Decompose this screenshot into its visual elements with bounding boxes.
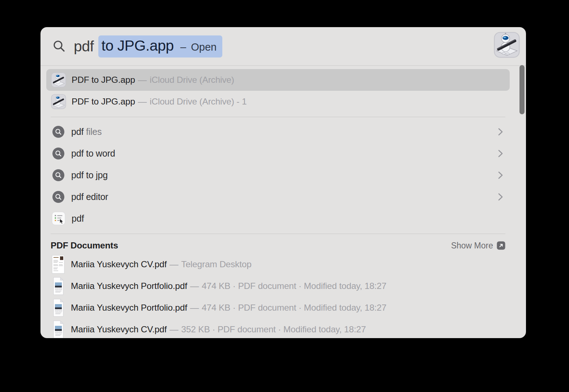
document-meta: 474 KB · PDF document · Modified today, … [202, 281, 386, 291]
search-circle-icon [52, 148, 64, 159]
list-cursor-icon [52, 212, 65, 225]
suggestion-row-pdf-files[interactable]: pdf files [46, 121, 510, 142]
chevron-right-icon [498, 171, 503, 179]
document-meta: 352 KB · PDF document · Modified today, … [181, 324, 366, 334]
chevron-right-icon [498, 128, 503, 136]
result-name: PDF to JPG.app [72, 97, 135, 106]
automator-app-icon [51, 94, 67, 110]
search-icon [53, 40, 66, 53]
chevron-right-icon [498, 193, 503, 201]
search-typed-text: pdf [74, 38, 94, 55]
result-separator: — [138, 75, 147, 85]
section-title: PDF Documents [51, 240, 118, 251]
scrollbar[interactable] [519, 65, 525, 114]
result-row-pdf-to-jpg-2[interactable]: PDF to JPG.app—iCloud Drive (Archive) - … [46, 91, 510, 112]
result-row-pdf-to-jpg-1[interactable]: PDF to JPG.app—iCloud Drive (Archive) [46, 69, 510, 91]
suggestion-row-pdf-editor[interactable]: pdf editor [46, 186, 510, 208]
section-divider [51, 117, 505, 117]
suggestion-typed: pdf to word [71, 148, 115, 158]
document-name: Mariia Yuskevych Portfolio.pdf [71, 281, 187, 291]
hint-dash: – [180, 41, 186, 53]
search-selected-completion: to JPG.app–Open [98, 35, 223, 57]
chevron-right-icon [498, 149, 503, 158]
pdf-file-icon [51, 298, 66, 318]
section-divider [51, 234, 505, 234]
pdf-file-icon [51, 320, 66, 338]
desktop-background: pdfto JPG.app–Open [0, 0, 569, 392]
document-separator: — [190, 303, 199, 312]
completion-text: to JPG.app [102, 37, 174, 54]
spotlight-panel: pdfto JPG.app–Open [40, 27, 526, 338]
open-hint-label: Open [191, 41, 217, 53]
document-separator: — [170, 324, 178, 334]
document-row-portfolio-2[interactable]: Mariia Yuskevych Portfolio.pdf—474 KB · … [46, 297, 510, 319]
document-separator: — [170, 259, 178, 269]
document-meta: 474 KB · PDF document · Modified today, … [202, 303, 386, 312]
show-more-button[interactable]: Show More [451, 241, 505, 251]
suggestion-typed: pdf editor [71, 192, 108, 202]
document-meta: Telegram Desktop [181, 259, 251, 269]
document-name: Mariia Yuskevych CV.pdf [71, 324, 167, 334]
search-input[interactable]: pdfto JPG.app–Open [74, 35, 222, 57]
automator-app-icon [493, 31, 521, 59]
suggestion-row-pdf-to-jpg[interactable]: pdf to jpg [46, 164, 510, 186]
suggestion-completion: files [84, 127, 102, 137]
result-location: iCloud Drive (Archive) - 1 [150, 97, 247, 106]
suggestion-typed: pdf to jpg [71, 170, 108, 180]
result-name: PDF to JPG.app [72, 75, 135, 85]
pdf-file-icon [51, 276, 66, 296]
document-name: Mariia Yuskevych CV.pdf [71, 259, 167, 269]
spotlight-search-bar[interactable]: pdfto JPG.app–Open [40, 27, 526, 66]
search-circle-icon [52, 169, 64, 181]
document-name: Mariia Yuskevych Portfolio.pdf [71, 303, 187, 312]
document-separator: — [190, 281, 199, 291]
automator-app-icon [51, 72, 67, 88]
cv-thumbnail-icon [51, 255, 66, 274]
search-circle-icon [52, 126, 64, 138]
suggestion-row-pdf-to-word[interactable]: pdf to word [46, 142, 510, 164]
document-row-cv-telegram[interactable]: Mariia Yuskevych CV.pdf—Telegram Desktop [46, 253, 510, 275]
recent-search-label: pdf [72, 213, 84, 223]
suggestion-typed: pdf [71, 127, 84, 137]
external-arrow-icon [497, 241, 505, 250]
pdf-documents-header: PDF Documents Show More [46, 238, 510, 253]
document-row-portfolio-1[interactable]: Mariia Yuskevych Portfolio.pdf—474 KB · … [46, 275, 510, 297]
search-circle-icon [52, 191, 64, 203]
result-separator: — [138, 97, 147, 106]
result-location: iCloud Drive (Archive) [150, 75, 234, 85]
document-row-cv-2[interactable]: Mariia Yuskevych CV.pdf—352 KB · PDF doc… [46, 319, 510, 338]
results-list: PDF to JPG.app—iCloud Drive (Archive) PD… [40, 66, 526, 338]
show-more-label: Show More [451, 241, 493, 251]
recent-search-row-pdf[interactable]: pdf [46, 208, 510, 229]
